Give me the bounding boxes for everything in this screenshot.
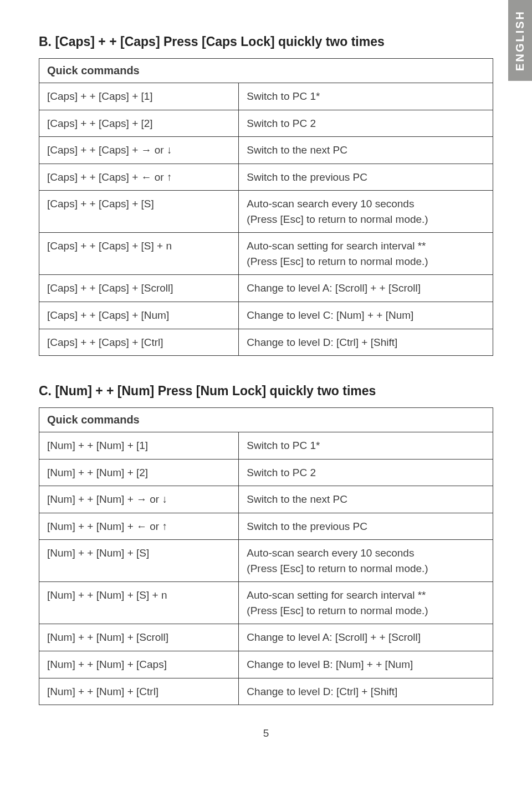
cmd-key: [Caps] + + [Caps] + [Num]	[39, 302, 239, 329]
cmd-key: [Num] + + [Num] + [2]	[39, 459, 239, 486]
cmd-key: [Caps] + + [Caps] + [1]	[39, 83, 239, 110]
table-row: [Caps] + + [Caps] + [S] + nAuto-scan set…	[39, 233, 493, 275]
section-c-table: Quick commands [Num] + + [Num] + [1]Swit…	[39, 407, 493, 705]
cmd-desc: Switch to PC 1*	[239, 432, 493, 460]
table-row: [Num] + + [Num] + [Scroll]Change to leve…	[39, 624, 493, 651]
table-row: [Caps] + + [Caps] + [Scroll]Change to le…	[39, 275, 493, 302]
table-row: [Num] + + [Num] + [1]Switch to PC 1*	[39, 432, 493, 460]
cmd-key: [Caps] + + [Caps] + → or ↓	[39, 137, 239, 164]
cmd-key: [Caps] + + [Caps] + [S] + n	[39, 233, 239, 275]
cmd-desc: Switch to PC 1*	[239, 83, 493, 110]
section-b-title: B. [Caps] + + [Caps] Press [Caps Lock] q…	[39, 33, 493, 50]
table-row: [Num] + + [Num] + [S]Auto-scan search ev…	[39, 540, 493, 582]
section-b-table: Quick commands [Caps] + + [Caps] + [1]Sw…	[39, 58, 493, 356]
cmd-key: [Num] + + [Num] + [S] + n	[39, 582, 239, 624]
cmd-desc: Switch to the next PC	[239, 486, 493, 513]
cmd-key: [Caps] + + [Caps] + [Ctrl]	[39, 329, 239, 356]
table-row: [Num] + + [Num] + [Caps]Change to level …	[39, 651, 493, 678]
cmd-desc: Auto-scan setting for search interval **…	[239, 582, 493, 624]
table-row: [Caps] + + [Caps] + [1]Switch to PC 1*	[39, 83, 493, 110]
cmd-desc: Switch to the previous PC	[239, 513, 493, 540]
section-b-header: Quick commands	[39, 59, 493, 83]
table-row: [Caps] + + [Caps] + [Ctrl]Change to leve…	[39, 329, 493, 356]
table-row: [Caps] + + [Caps] + [S]Auto-scan search …	[39, 191, 493, 233]
table-row: [Num] + + [Num] + [S] + nAuto-scan setti…	[39, 582, 493, 624]
cmd-desc: Auto-scan setting for search interval **…	[239, 233, 493, 275]
cmd-key: [Num] + + [Num] + [1]	[39, 432, 239, 460]
cmd-desc: Switch to the next PC	[239, 137, 493, 164]
cmd-key: [Caps] + + [Caps] + [S]	[39, 191, 239, 233]
cmd-desc: Change to level C: [Num] + + [Num]	[239, 302, 493, 329]
cmd-desc: Auto-scan search every 10 seconds(Press …	[239, 191, 493, 233]
table-row: [Caps] + + [Caps] + ← or ↑Switch to the …	[39, 164, 493, 191]
cmd-desc: Switch to PC 2	[239, 459, 493, 486]
cmd-desc: Change to level A: [Scroll] + + [Scroll]	[239, 275, 493, 302]
section-c-title: C. [Num] + + [Num] Press [Num Lock] quic…	[39, 382, 493, 400]
document-page: ENGLISH B. [Caps] + + [Caps] Press [Caps…	[0, 0, 532, 791]
cmd-key: [Num] + + [Num] + [Caps]	[39, 651, 239, 678]
cmd-desc: Change to level A: [Scroll] + + [Scroll]	[239, 624, 493, 651]
table-row: [Num] + + [Num] + [2]Switch to PC 2	[39, 459, 493, 486]
cmd-key: [Caps] + + [Caps] + [Scroll]	[39, 275, 239, 302]
table-row: [Caps] + + [Caps] + → or ↓Switch to the …	[39, 137, 493, 164]
cmd-desc: Change to level D: [Ctrl] + [Shift]	[239, 329, 493, 356]
page-number: 5	[39, 727, 493, 739]
table-row: [Caps] + + [Caps] + [Num]Change to level…	[39, 302, 493, 329]
table-row: [Num] + + [Num] + [Ctrl]Change to level …	[39, 678, 493, 705]
cmd-desc: Auto-scan search every 10 seconds(Press …	[239, 540, 493, 582]
cmd-key: [Caps] + + [Caps] + ← or ↑	[39, 164, 239, 191]
cmd-key: [Num] + + [Num] + [S]	[39, 540, 239, 582]
cmd-desc: Switch to PC 2	[239, 110, 493, 137]
table-row: [Caps] + + [Caps] + [2]Switch to PC 2	[39, 110, 493, 137]
cmd-desc: Change to level B: [Num] + + [Num]	[239, 651, 493, 678]
table-row: [Num] + + [Num] + → or ↓Switch to the ne…	[39, 486, 493, 513]
table-row: [Num] + + [Num] + ← or ↑Switch to the pr…	[39, 513, 493, 540]
table-header-row: Quick commands	[39, 408, 493, 432]
cmd-key: [Num] + + [Num] + ← or ↑	[39, 513, 239, 540]
section-c-header: Quick commands	[39, 408, 493, 432]
cmd-desc: Change to level D: [Ctrl] + [Shift]	[239, 678, 493, 705]
cmd-key: [Num] + + [Num] + [Scroll]	[39, 624, 239, 651]
language-tab: ENGLISH	[508, 0, 532, 81]
cmd-desc: Switch to the previous PC	[239, 164, 493, 191]
cmd-key: [Num] + + [Num] + → or ↓	[39, 486, 239, 513]
table-header-row: Quick commands	[39, 59, 493, 83]
cmd-key: [Num] + + [Num] + [Ctrl]	[39, 678, 239, 705]
cmd-key: [Caps] + + [Caps] + [2]	[39, 110, 239, 137]
